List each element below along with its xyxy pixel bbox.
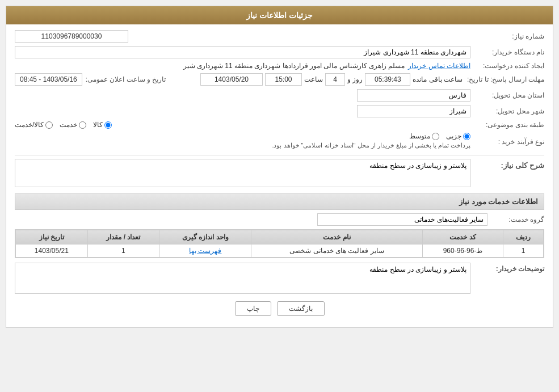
col-code: کد خدمت [422, 230, 503, 245]
need-desc-textarea[interactable] [15, 159, 470, 187]
col-name: نام خدمت [251, 230, 422, 245]
creator-row: ایجاد کننده درخواست: اطلاعات تماس خریدار… [15, 62, 544, 70]
buyer-notes-section: توضیحات خریدار: [15, 263, 544, 296]
col-unit: واحد اندازه گیری [159, 230, 251, 245]
process-row: نوع فرآیند خرید : متوسط جزیی [15, 132, 544, 151]
buyer-row: نام دستگاه خریدار: [15, 46, 544, 58]
category-khedmat-label: خدمت [60, 121, 77, 129]
footer-buttons: بازگشت چاپ [15, 296, 544, 322]
buyer-label: نام دستگاه خریدار: [470, 48, 544, 56]
announce-value: 1403/05/16 - 08:45 [15, 73, 82, 86]
back-button[interactable]: بازگشت [277, 301, 325, 316]
services-section-header: اطلاعات خدمات مورد نیاز [15, 193, 544, 210]
province-label: استان محل تحویل: [470, 91, 544, 99]
process-jozii-label: جزیی [446, 132, 461, 140]
page-title: جزئیات اطلاعات نیاز [246, 11, 313, 20]
category-kala-item: کالا [93, 121, 112, 129]
remain-label: ساعت باقی مانده [413, 75, 463, 83]
process-motavaset-radio[interactable] [432, 133, 439, 140]
category-khedmat-item: خدمت [60, 121, 86, 129]
service-group-value[interactable] [317, 213, 487, 226]
deadline-date: 1403/05/20 [200, 73, 263, 86]
req-number-label: شماره نیاز: [470, 32, 544, 40]
process-label: نوع فرآیند خرید : [470, 138, 544, 146]
process-motavaset-item: متوسط [409, 132, 439, 140]
announce-label: تاریخ و ساعت اعلان عمومی: [86, 75, 166, 83]
city-label: شهر محل تحویل: [470, 107, 544, 115]
divider-1 [15, 155, 544, 155]
req-number-row: شماره نیاز: 1103096789000030 [15, 30, 544, 43]
table-header-row: ردیف کد خدمت نام خدمت واحد اندازه گیری ت… [16, 230, 544, 245]
days-value: 4 [325, 73, 345, 86]
buyer-notes-label: توضیحات خریدار: [470, 263, 544, 273]
deadline-time: 15:00 [265, 73, 302, 86]
services-table: ردیف کد خدمت نام خدمت واحد اندازه گیری ت… [15, 230, 544, 258]
buyer-notes-textarea[interactable] [15, 263, 470, 294]
service-group-label: گروه خدمت: [487, 216, 544, 224]
process-motavaset-label: متوسط [409, 132, 430, 140]
category-kala-label: کالا [93, 121, 103, 129]
process-jozii-radio[interactable] [463, 133, 470, 140]
deadline-row: مهلت ارسال پاسخ: تا تاریخ: ساعت باقی مان… [15, 73, 544, 86]
city-value[interactable] [357, 105, 470, 117]
city-row: شهر محل تحویل: [15, 105, 544, 117]
deadline-label: مهلت ارسال پاسخ: تا تاریخ: [463, 75, 544, 83]
countdown-value: 05:39:43 [365, 73, 410, 86]
creator-contact-link[interactable]: اطلاعات تماس خریدار [408, 62, 470, 70]
days-label: روز و [347, 75, 363, 83]
category-kala-khedmat-radio[interactable] [45, 121, 53, 129]
category-khedmat-radio[interactable] [79, 121, 86, 129]
category-label: طبقه بندی موضوعی: [470, 121, 544, 129]
time-label: ساعت [304, 75, 323, 83]
province-value[interactable] [357, 89, 470, 102]
page-header: جزئیات اطلاعات نیاز [6, 6, 553, 24]
creator-value: مسلم زاهری کارشناس مالی امور قراردادها ش… [183, 62, 405, 70]
province-row: استان محل تحویل: [15, 89, 544, 102]
need-desc-section: شرح کلی نیاز: [15, 159, 544, 189]
process-info: پرداخت تمام یا بخشی از مبلغ خریدار از مح… [15, 142, 470, 149]
need-desc-label: شرح کلی نیاز: [470, 159, 544, 170]
category-kala-radio[interactable] [104, 121, 112, 129]
buyer-value[interactable] [15, 46, 470, 58]
category-row: طبقه بندی موضوعی: کالا/خدمت خدمت کالا [15, 121, 544, 129]
service-group-row: گروه خدمت: [15, 213, 544, 226]
table-row: 1ط-96-96-960سایر فعالیت های خدماتی شخصیف… [16, 245, 544, 258]
col-quantity: تعداد / مقدار [87, 230, 159, 245]
creator-label: ایجاد کننده درخواست: [470, 62, 544, 70]
services-table-container: ردیف کد خدمت نام خدمت واحد اندازه گیری ت… [15, 229, 544, 258]
category-kala-khedmat-label: کالا/خدمت [15, 121, 44, 129]
col-row: ردیف [503, 230, 544, 245]
category-kala-khedmat-item: کالا/خدمت [15, 121, 53, 129]
req-number-value: 1103096789000030 [15, 30, 128, 43]
print-button[interactable]: چاپ [235, 301, 271, 316]
col-date: تاریخ نیاز [16, 230, 88, 245]
process-jozii-item: جزیی [446, 132, 470, 140]
